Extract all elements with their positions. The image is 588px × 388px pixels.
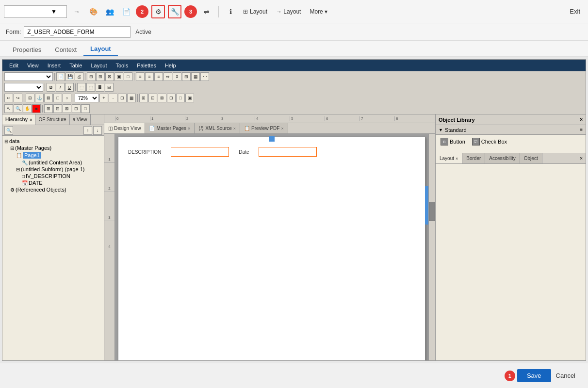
description-field[interactable]: [171, 147, 229, 157]
menu-palettes[interactable]: Palettes: [133, 62, 160, 69]
badge2-btn[interactable]: 2: [136, 5, 148, 18]
tb-print[interactable]: 🖨: [75, 72, 83, 81]
tb-b1[interactable]: ⊟: [87, 72, 96, 81]
canvas-handle-top[interactable]: [269, 136, 275, 142]
tab-of-structure[interactable]: OF Structure: [35, 114, 69, 125]
xml-source-close[interactable]: ×: [233, 126, 236, 131]
layout-tab-x[interactable]: ×: [456, 156, 458, 161]
cancel-button[interactable]: Cancel: [551, 369, 580, 382]
tb-extra3[interactable]: ⊠: [63, 104, 71, 113]
tb-border[interactable]: □: [53, 94, 62, 102]
font-dropdown[interactable]: [4, 83, 43, 92]
more-btn[interactable]: More ▾: [307, 6, 330, 17]
tb-extra1[interactable]: ⊞: [44, 104, 53, 113]
tree-item-date[interactable]: 📅 DATE: [4, 179, 102, 186]
hier-search-btn[interactable]: 🔍: [4, 126, 13, 135]
layout-icon-btn[interactable]: ⊞ Layout: [240, 6, 270, 17]
tb-align-tl[interactable]: ⬚: [77, 83, 86, 92]
tb-pal5[interactable]: □: [176, 94, 185, 102]
tb-dist-v[interactable]: ⇕: [173, 72, 181, 81]
tb-b2[interactable]: ⊞: [96, 72, 105, 81]
tab-properties[interactable]: Properties: [6, 43, 48, 56]
design-tab-xml[interactable]: ⟨/⟩ XML Source ×: [195, 123, 240, 133]
design-tab-preview[interactable]: 📋 Preview PDF ×: [240, 123, 288, 133]
obj-button[interactable]: B Button: [439, 137, 467, 146]
tool-icon-btn2[interactable]: 🔧: [168, 5, 181, 18]
page-btn[interactable]: 📄: [119, 5, 133, 18]
tb-grid[interactable]: ⊞: [182, 72, 191, 81]
menu-edit[interactable]: Edit: [5, 62, 22, 69]
vertical-scrollbar[interactable]: [428, 134, 435, 360]
tb-extra5[interactable]: □: [81, 104, 90, 113]
object-library-close[interactable]: ×: [580, 117, 583, 122]
scrollbar-thumb[interactable]: [429, 202, 435, 221]
master-pages-close[interactable]: ×: [188, 126, 190, 131]
tb-spacing[interactable]: ≣: [96, 83, 104, 92]
tb-extra2[interactable]: ⊟: [53, 104, 62, 113]
tree-item-content-area[interactable]: 🔧 (untitled Content Area): [4, 159, 102, 166]
tb-zoom-fit[interactable]: ▦: [127, 94, 136, 102]
tb-zoom-in[interactable]: +: [99, 94, 108, 102]
tool-icon-btn1[interactable]: ⚙: [151, 5, 165, 18]
tb-b5[interactable]: □: [124, 72, 132, 81]
tree-item-page1[interactable]: 📋 Page1: [4, 151, 102, 159]
obj-lib-options[interactable]: ≡: [580, 127, 583, 132]
tb-save[interactable]: 💾: [65, 72, 74, 81]
menu-insert[interactable]: Insert: [44, 62, 65, 69]
tree-item-iv-desc[interactable]: □ IV_DESCRIPTION: [4, 173, 102, 179]
tb-align-tm[interactable]: ⬚: [86, 83, 95, 92]
tb-pal1[interactable]: ⊞: [139, 94, 148, 102]
badge3-btn[interactable]: 3: [184, 5, 197, 18]
tb-zoom-page[interactable]: ⊡: [118, 94, 127, 102]
forward-btn[interactable]: →: [70, 5, 83, 18]
tab-a-view[interactable]: a View: [70, 114, 91, 125]
transfer-btn[interactable]: ⇌: [200, 5, 213, 18]
tb-bold[interactable]: B: [47, 83, 55, 92]
tb-italic[interactable]: I: [56, 83, 65, 92]
tb-more1[interactable]: ▦: [191, 72, 200, 81]
tb-anchor[interactable]: ⚓: [35, 94, 44, 102]
style-dropdown[interactable]: [4, 72, 53, 81]
border-tab[interactable]: Border: [462, 153, 485, 163]
menu-tools[interactable]: Tools: [112, 62, 132, 69]
menu-layout[interactable]: Layout: [87, 62, 111, 69]
info-btn[interactable]: ℹ: [224, 5, 237, 18]
tb-dist-h[interactable]: ⇔: [163, 72, 172, 81]
layout-arrow-btn[interactable]: → Layout: [273, 6, 304, 17]
form-name-input[interactable]: [24, 26, 131, 38]
layout-tab[interactable]: Layout ×: [436, 153, 462, 163]
tree-item-ref-obj[interactable]: ⚙ (Referenced Objects): [4, 186, 102, 193]
design-tab-design[interactable]: ◫ Design View: [104, 123, 145, 133]
tb-b4[interactable]: ▣: [114, 72, 123, 81]
tb-b3[interactable]: ⊠: [105, 72, 114, 81]
tb-pal4[interactable]: ⊡: [167, 94, 176, 102]
obj-checkbox[interactable]: ☑ Check Box: [470, 137, 509, 146]
hier-down-btn[interactable]: ↓: [93, 126, 102, 135]
tb-hand[interactable]: ✋: [23, 104, 32, 113]
tb-align-l[interactable]: ≡: [136, 72, 145, 81]
tab-context[interactable]: Context: [48, 43, 83, 56]
tb-pal6[interactable]: ▣: [185, 94, 194, 102]
tab-layout[interactable]: Layout: [83, 42, 118, 56]
tb-more2[interactable]: ⋯: [200, 72, 209, 81]
menu-help[interactable]: Help: [161, 62, 180, 69]
tb-magnify[interactable]: 🔍: [14, 104, 22, 113]
canvas-wrapper[interactable]: DESCRIPTION Date: [115, 134, 428, 360]
tb-pal2[interactable]: ⊟: [148, 94, 157, 102]
tb-redo[interactable]: ↪: [14, 94, 22, 102]
layout-panel-close[interactable]: ×: [577, 156, 586, 161]
tb-undo[interactable]: ↩: [4, 94, 13, 102]
tab-hierarchy[interactable]: Hierarchy ×: [2, 114, 35, 125]
tree-item-subform[interactable]: ⊟ (untitled Subform) (page 1): [4, 166, 102, 173]
tb-extra4[interactable]: ⊡: [72, 104, 81, 113]
date-field[interactable]: [259, 147, 317, 157]
accessibility-tab[interactable]: Accessibility: [485, 153, 520, 163]
tb-new[interactable]: 📄: [56, 72, 65, 81]
tb-center-v[interactable]: ⊠: [44, 94, 53, 102]
zoom-select[interactable]: 72%: [75, 94, 99, 102]
tb-align-r[interactable]: ≡: [154, 72, 163, 81]
hier-up-btn[interactable]: ↑: [83, 126, 92, 135]
tb-align-c[interactable]: ≡: [145, 72, 154, 81]
design-btn[interactable]: 🎨: [86, 5, 100, 18]
design-tab-master[interactable]: 📄 Master Pages ×: [145, 123, 195, 133]
